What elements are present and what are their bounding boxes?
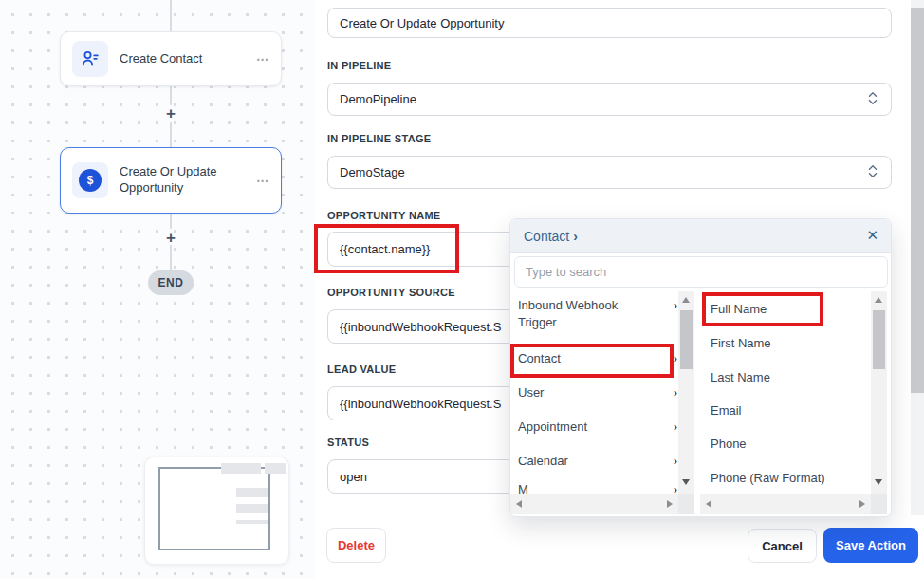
chevron-right-icon: › (674, 350, 677, 367)
save-action-button[interactable]: Save Action (823, 528, 918, 563)
panel-scrollbar-thumb[interactable] (911, 8, 924, 393)
left-list-vertical-scrollbar[interactable] (678, 291, 694, 494)
workflow-minimap[interactable] (144, 457, 289, 565)
node-menu-dots-icon[interactable]: ⋯ (256, 174, 269, 188)
popup-breadcrumb: Contact › (510, 219, 891, 253)
menu-item-email[interactable]: Email (711, 402, 862, 420)
contact-person-icon (72, 41, 108, 77)
workflow-canvas[interactable]: Create Contact ⋯ + $ Create Or Update Op… (0, 0, 315, 578)
menu-item-contact[interactable]: Contact › (518, 350, 677, 367)
node-create-or-update-opportunity[interactable]: $ Create Or Update Opportunity ⋯ (60, 147, 282, 214)
pipeline-stage-select[interactable]: DemoStage (327, 156, 892, 189)
field-label-in-pipeline: IN PIPELINE (327, 60, 391, 71)
chevron-right-icon: › (674, 453, 677, 470)
add-step-button[interactable]: + (162, 229, 179, 248)
connector-line (170, 214, 172, 229)
field-label-lead-value: LEAD VALUE (327, 364, 396, 375)
close-icon[interactable]: ✕ (866, 227, 878, 244)
popup-search-input[interactable] (514, 256, 888, 288)
action-name-input[interactable] (327, 8, 892, 38)
chevron-right-icon: › (674, 384, 677, 401)
field-label-opportunity-source: OPPORTUNITY SOURCE (327, 287, 455, 298)
menu-item-phone[interactable]: Phone (711, 436, 862, 453)
chevron-updown-icon (868, 164, 878, 181)
scrollbar-corner (678, 494, 694, 514)
menu-item-full-name[interactable]: Full Name (711, 301, 862, 318)
field-label-in-pipeline-stage: IN PIPELINE STAGE (327, 133, 431, 144)
menu-item-first-name[interactable]: First Name (711, 335, 862, 352)
menu-item-inbound-webhook-trigger[interactable]: Inbound Webhook Trigger › (518, 297, 677, 330)
dollar-icon: $ (72, 162, 108, 198)
workflow-builder-screen: Create Contact ⋯ + $ Create Or Update Op… (0, 0, 924, 578)
chevron-right-icon: › (674, 485, 677, 494)
node-menu-dots-icon[interactable]: ⋯ (256, 52, 269, 66)
delete-button[interactable]: Delete (326, 528, 386, 563)
chevron-updown-icon (868, 91, 878, 108)
node-create-contact[interactable]: Create Contact ⋯ (60, 31, 282, 86)
connector-line (170, 245, 172, 271)
connector-line (170, 0, 172, 31)
right-list-vertical-scrollbar[interactable] (871, 291, 887, 494)
node-label: Create Or Update Opportunity (120, 164, 245, 196)
left-list-horizontal-scrollbar[interactable] (510, 494, 678, 514)
custom-values-popup: Contact › ✕ Inbound Webhook Trigger › Co… (509, 218, 892, 517)
add-step-button[interactable]: + (162, 104, 179, 123)
menu-item-appointment[interactable]: Appointment › (518, 419, 677, 436)
field-label-opportunity-name: OPPORTUNITY NAME (327, 210, 441, 221)
cancel-button[interactable]: Cancel (748, 529, 817, 563)
node-label: Create Contact (120, 51, 245, 67)
chevron-right-icon: › (674, 297, 677, 314)
breadcrumb-chevron-icon: › (573, 229, 578, 244)
connector-line (170, 122, 172, 147)
menu-item-user[interactable]: User › (518, 384, 677, 401)
menu-item-phone-raw-format[interactable]: Phone (Raw Format) (711, 470, 862, 487)
menu-item-clipped[interactable]: M › (518, 485, 677, 494)
pipeline-select[interactable]: DemoPipeline (327, 83, 892, 116)
panel-scrollbar[interactable] (911, 0, 924, 515)
menu-item-calendar[interactable]: Calendar › (518, 453, 677, 470)
end-node: END (148, 270, 194, 295)
menu-item-last-name[interactable]: Last Name (711, 369, 862, 386)
right-list-horizontal-scrollbar[interactable] (700, 494, 871, 514)
connector-line (170, 86, 172, 105)
scrollbar-corner (871, 494, 887, 514)
field-label-status: STATUS (327, 437, 369, 448)
chevron-right-icon: › (674, 419, 677, 436)
